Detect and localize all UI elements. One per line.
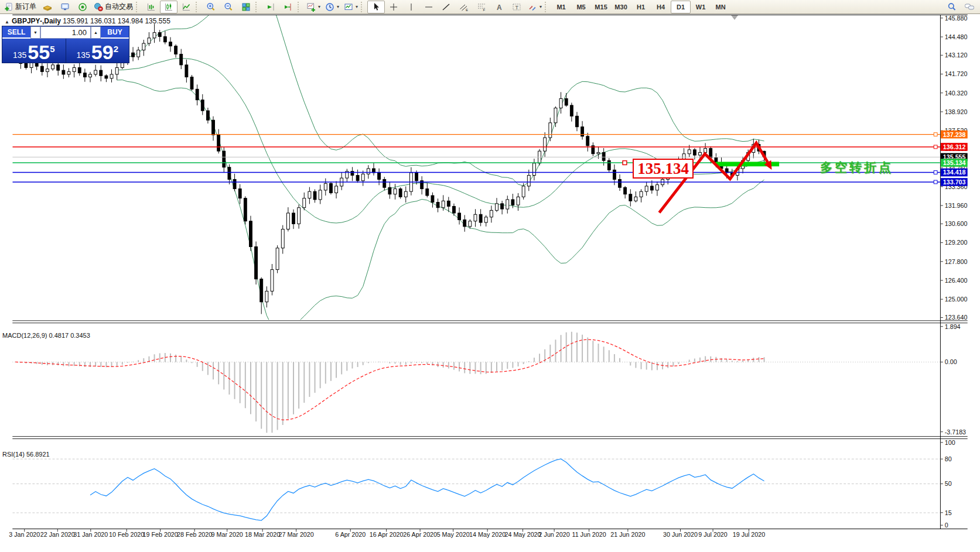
date-label: 9 Mar 2020 xyxy=(211,531,243,538)
zoom-in-button[interactable] xyxy=(202,1,220,13)
svg-text:-3.7183: -3.7183 xyxy=(945,428,966,436)
date-label: 28 Feb 2020 xyxy=(177,531,212,538)
vertical-line-icon xyxy=(407,2,416,12)
sell-button[interactable]: SELL xyxy=(2,26,30,39)
svg-text:100: 100 xyxy=(945,439,955,446)
macd-signal-line xyxy=(15,340,764,420)
chart-window[interactable]: 145.880144.480143.120141.720140.320138.9… xyxy=(0,14,980,552)
rsi-indicator-label: RSI(14) 56.8921 xyxy=(2,451,50,458)
line-handle[interactable] xyxy=(934,133,937,136)
buy-price-big: 59 xyxy=(91,43,114,61)
horizontal-line-icon xyxy=(424,2,433,12)
line-handle[interactable] xyxy=(934,171,937,174)
timeframe-w1-button[interactable]: W1 xyxy=(691,1,711,13)
channel-button[interactable]: E xyxy=(455,1,473,13)
new-order-button[interactable]: 新订单 xyxy=(2,1,39,13)
buy-button[interactable]: BUY xyxy=(101,26,129,39)
dropdown-caret: ▾ xyxy=(318,4,320,9)
toolbar-grip xyxy=(361,2,366,12)
auto-scroll-icon xyxy=(266,2,275,12)
volume-increase-button[interactable]: ▲ xyxy=(91,26,101,39)
level-lines[interactable] xyxy=(12,135,940,182)
template-icon xyxy=(344,2,353,12)
dropdown-caret: ▾ xyxy=(356,4,358,9)
date-label: 19 Feb 2020 xyxy=(143,531,178,538)
svg-text:135.134: 135.134 xyxy=(943,159,966,166)
svg-text:123.640: 123.640 xyxy=(945,314,968,321)
price-annotation-box[interactable]: 135.134 xyxy=(633,159,694,179)
auto-scroll-button[interactable] xyxy=(262,1,279,13)
crosshair-button[interactable] xyxy=(385,1,402,13)
candles-button[interactable] xyxy=(160,1,177,13)
zoom-out-button[interactable] xyxy=(220,1,237,13)
line-handle[interactable] xyxy=(934,180,937,184)
date-label: 10 Feb 2020 xyxy=(109,531,144,538)
trendline-button[interactable] xyxy=(438,1,455,13)
signals-icon xyxy=(78,2,87,12)
date-label: 2 Jun 2020 xyxy=(539,531,570,538)
bars-button[interactable] xyxy=(142,1,160,13)
rsi-line xyxy=(90,459,764,520)
chart-shift-icon xyxy=(284,2,293,12)
svg-text:129.200: 129.200 xyxy=(945,239,968,246)
toolbar-grip xyxy=(196,2,200,12)
svg-text:125.000: 125.000 xyxy=(945,296,968,303)
price-chart-svg[interactable]: 145.880144.480143.120141.720140.320138.9… xyxy=(0,14,980,552)
svg-text:1.894: 1.894 xyxy=(945,323,961,330)
market-watch-button[interactable] xyxy=(39,1,56,13)
timeframe-h4-button[interactable]: H4 xyxy=(651,1,671,13)
timeframe-d1-button[interactable]: D1 xyxy=(671,1,691,13)
navigator-button[interactable] xyxy=(56,1,74,13)
svg-text:127.800: 127.800 xyxy=(945,258,968,265)
label-anchor[interactable] xyxy=(623,161,627,165)
sell-price-big: 55 xyxy=(28,43,50,61)
date-label: 31 Jan 2020 xyxy=(73,531,108,538)
line-chart-button[interactable] xyxy=(177,1,195,13)
text-label-icon: T xyxy=(512,2,521,12)
date-label: 26 Apr 2020 xyxy=(403,531,437,538)
turning-point-text[interactable]: 多空转折点 xyxy=(820,159,893,176)
line-handle[interactable] xyxy=(934,145,937,149)
text-button[interactable]: A xyxy=(490,1,508,13)
timeframe-m1-button[interactable]: M1 xyxy=(551,1,571,13)
sell-price[interactable]: 135 55 5 xyxy=(2,39,66,63)
cursor-button[interactable] xyxy=(367,1,385,13)
date-label: 16 Apr 2020 xyxy=(370,531,404,538)
market-watch-icon xyxy=(43,2,52,12)
collapse-panel-icon[interactable]: ▲ xyxy=(5,19,9,25)
volume-input[interactable]: 1.00 xyxy=(40,26,91,39)
volume-decrease-button[interactable]: ▼ xyxy=(30,26,40,39)
chart-shift-marker-icon[interactable] xyxy=(731,15,738,20)
crosshair-icon xyxy=(389,2,398,12)
horizontal-line-button[interactable] xyxy=(420,1,438,13)
svg-text:145.880: 145.880 xyxy=(945,15,968,22)
periods-button[interactable]: ▾ xyxy=(323,1,342,13)
text-label-button[interactable]: T xyxy=(508,1,525,13)
timeframe-mn-button[interactable]: MN xyxy=(711,1,730,13)
arrows-button[interactable]: ▾ xyxy=(525,1,544,13)
date-label: 11 Jun 2020 xyxy=(572,531,606,538)
date-label: 24 May 2020 xyxy=(505,531,541,538)
fibonacci-icon: F xyxy=(477,2,486,12)
date-label: 18 Mar 2020 xyxy=(245,531,280,538)
search-button[interactable] xyxy=(943,1,961,13)
chat-button[interactable] xyxy=(961,1,978,13)
buy-price[interactable]: 135 59 2 xyxy=(66,39,129,63)
autotrading-button[interactable]: 自动交易 xyxy=(91,1,135,13)
new-chart-button[interactable]: ▾ xyxy=(304,1,323,13)
chart-shift-button[interactable] xyxy=(279,1,297,13)
vertical-line-button[interactable] xyxy=(402,1,420,13)
timeframe-m30-button[interactable]: M30 xyxy=(611,1,631,13)
main-toolbar: 新订单 自动交易 xyxy=(0,0,980,14)
timeframe-m5-button[interactable]: M5 xyxy=(571,1,591,13)
svg-text:15: 15 xyxy=(945,509,952,516)
timeframe-m15-button[interactable]: M15 xyxy=(591,1,611,13)
fibonacci-button[interactable]: F xyxy=(473,1,490,13)
templates-button[interactable]: ▾ xyxy=(342,1,360,13)
tile-windows-button[interactable] xyxy=(237,1,255,13)
timeframe-h1-button[interactable]: H1 xyxy=(631,1,651,13)
new-order-icon xyxy=(4,2,13,12)
trendline-icon xyxy=(442,2,451,12)
signals-button[interactable] xyxy=(74,1,91,13)
svg-text:A: A xyxy=(497,3,502,11)
